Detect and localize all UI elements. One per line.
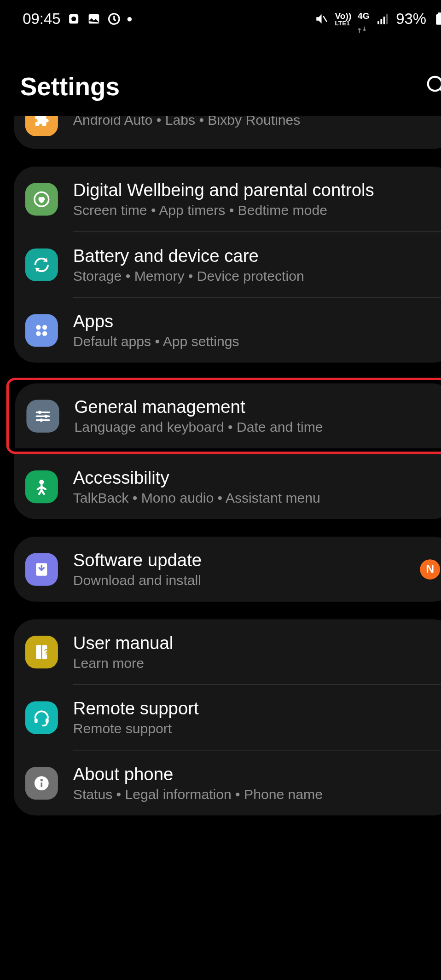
person-icon <box>25 470 58 503</box>
volte-label: Vo)) <box>335 12 351 20</box>
item-title: About phone <box>73 763 440 785</box>
settings-item-manual[interactable]: User manualLearn more <box>14 619 441 684</box>
settings-item-remote[interactable]: Remote supportRemote support <box>14 685 441 750</box>
item-subtitle: TalkBack • Mono audio • Assistant menu <box>73 490 440 506</box>
grid-icon <box>25 314 58 347</box>
item-subtitle: Storage • Memory • Device protection <box>73 268 440 284</box>
svg-point-1 <box>71 17 76 21</box>
search-button[interactable] <box>425 74 441 100</box>
settings-item-about[interactable]: About phoneStatus • Legal information • … <box>14 750 441 815</box>
settings-item-advanced[interactable]: Advanced featuresAndroid Auto • Labs • B… <box>14 116 441 149</box>
svg-line-4 <box>323 16 327 22</box>
svg-rect-9 <box>436 14 441 25</box>
item-subtitle: Android Auto • Labs • Bixby Routines <box>73 116 440 128</box>
item-subtitle: Language and keyboard • Date and time <box>75 419 439 436</box>
app-icon-1 <box>67 12 81 26</box>
settings-item-apps[interactable]: AppsDefault apps • App settings <box>14 298 441 363</box>
battery-icon <box>433 12 441 26</box>
svg-rect-7 <box>383 17 385 24</box>
gallery-icon <box>87 12 101 26</box>
item-subtitle: Default apps • App settings <box>73 334 440 350</box>
data-arrows-icon <box>358 20 366 27</box>
svg-rect-6 <box>380 19 382 24</box>
settings-item-battery[interactable]: Battery and device careStorage • Memory … <box>14 232 441 297</box>
svg-point-11 <box>428 76 441 90</box>
svg-rect-5 <box>377 21 379 24</box>
heart-circle-icon <box>25 183 58 215</box>
more-dot-icon <box>128 17 132 21</box>
headset-icon <box>25 701 58 734</box>
battery-pct: 93% <box>396 10 426 28</box>
item-title: General management <box>75 396 439 418</box>
sliders-icon <box>26 400 59 432</box>
mute-icon <box>315 12 329 26</box>
item-title: Battery and device care <box>73 245 440 267</box>
item-subtitle: Download and install <box>73 573 405 589</box>
settings-item-wellbeing[interactable]: Digital Wellbeing and parental controlsS… <box>14 167 441 232</box>
item-subtitle: Learn more <box>73 655 440 672</box>
status-bar: 09:45 Vo)) LTE1 4G <box>14 0 441 38</box>
book-icon <box>25 635 58 668</box>
info-icon <box>25 766 58 799</box>
item-title: Apps <box>73 310 440 332</box>
lte-label: LTE1 <box>335 20 351 27</box>
notification-badge: N <box>420 559 440 580</box>
settings-item-general[interactable]: General managementLanguage and keyboard … <box>15 383 441 448</box>
update-badge-icon <box>107 12 121 26</box>
page-header: Settings <box>14 38 441 116</box>
item-subtitle: Screen time • App timers • Bedtime mode <box>73 203 440 219</box>
item-subtitle: Remote support <box>73 721 440 737</box>
svg-rect-8 <box>386 14 388 24</box>
svg-rect-10 <box>438 12 441 14</box>
4g-label: 4G <box>358 12 370 20</box>
refresh-icon <box>25 248 58 281</box>
download-icon <box>25 553 58 586</box>
signal-icon <box>376 12 389 26</box>
item-title: Software update <box>73 549 405 571</box>
puzzle-icon <box>25 116 58 136</box>
item-title: Digital Wellbeing and parental controls <box>73 179 440 201</box>
item-title: User manual <box>73 632 440 654</box>
settings-item-update[interactable]: Software updateDownload and installN <box>14 537 441 602</box>
item-title: Remote support <box>73 697 440 719</box>
clock: 09:45 <box>23 10 60 28</box>
settings-item-accessibility[interactable]: AccessibilityTalkBack • Mono audio • Ass… <box>14 454 441 519</box>
page-title: Settings <box>20 73 120 101</box>
item-subtitle: Status • Legal information • Phone name <box>73 786 440 803</box>
item-title: Accessibility <box>73 467 440 489</box>
